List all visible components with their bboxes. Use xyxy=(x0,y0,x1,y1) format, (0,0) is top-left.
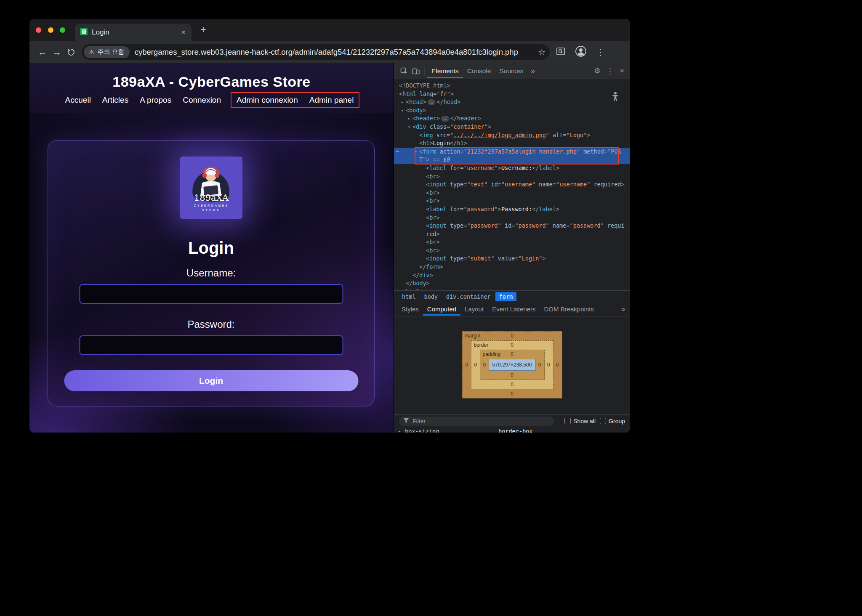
dom-node[interactable]: <br> xyxy=(394,214,630,222)
code-token: type xyxy=(450,222,464,229)
dom-node[interactable]: <br> xyxy=(394,189,630,197)
dom-node[interactable]: <br> xyxy=(394,173,630,181)
group-checkbox[interactable] xyxy=(600,418,606,424)
username-input[interactable] xyxy=(79,284,343,304)
breadcrumb-div-container[interactable]: div.container xyxy=(442,292,495,301)
dom-node[interactable]: <!DOCTYPE html> xyxy=(394,82,630,90)
window-minimize-button[interactable] xyxy=(48,27,53,33)
site-title: 189aXA - CyberGames Store xyxy=(29,63,394,90)
dom-node[interactable]: ▾<body> xyxy=(394,106,630,115)
dom-node[interactable]: <br> xyxy=(394,247,630,255)
dom-node-selected-form[interactable]: ▾⋯<form action="21232f297a57a5alogin_han… xyxy=(394,148,630,164)
dom-node[interactable]: <input type="text" id="username" name="u… xyxy=(394,181,630,189)
dom-node[interactable]: ▸<header>…</header> xyxy=(394,114,630,123)
browser-tab[interactable]: Login × xyxy=(75,24,192,41)
show-all-checkbox[interactable] xyxy=(564,418,571,424)
dom-node[interactable]: <br> xyxy=(394,238,630,247)
browser-menu-icon[interactable]: ⋮ xyxy=(596,47,605,57)
code-token: Username: xyxy=(501,165,532,171)
code-token: "> xyxy=(484,123,491,130)
code-token: < xyxy=(426,189,429,196)
devtools-tab-sources[interactable]: Sources xyxy=(495,64,528,78)
nav-item-accueil[interactable]: Accueil xyxy=(65,96,91,105)
more-tabs-icon[interactable]: » xyxy=(527,67,538,75)
address-bar[interactable]: ⚠ 주의 요함 cybergames_store.web03.jeanne-ha… xyxy=(82,44,550,60)
expand-arrow-icon[interactable]: ▸ xyxy=(406,114,412,123)
dom-node[interactable]: <input type="password" id="password" nam… xyxy=(394,222,630,238)
forward-button[interactable]: → xyxy=(50,45,64,59)
back-button[interactable]: ← xyxy=(35,45,50,59)
expand-arrow-icon[interactable]: ▸ xyxy=(398,427,401,433)
code-token: < xyxy=(426,214,429,221)
tab-title: Login xyxy=(92,28,181,37)
more-panel-tabs-icon[interactable]: » xyxy=(621,305,630,313)
code-token xyxy=(447,255,450,262)
settings-gear-icon[interactable]: ⚙ xyxy=(594,66,600,75)
dom-node[interactable]: <h1>Login</h1> xyxy=(394,139,630,148)
dom-node[interactable]: </form> xyxy=(394,263,630,271)
group-option[interactable]: Group xyxy=(600,418,625,425)
code-token: label xyxy=(539,165,556,171)
login-submit-button[interactable]: Login xyxy=(64,370,358,391)
profile-avatar-icon[interactable] xyxy=(575,45,587,59)
nav-item-a-propos[interactable]: A propos xyxy=(140,96,171,105)
dom-node[interactable]: </div> xyxy=(394,271,630,280)
code-token: head xyxy=(444,98,458,105)
dom-node[interactable]: </body> xyxy=(394,279,630,288)
panel-tab-layout[interactable]: Layout xyxy=(460,303,488,316)
bookmark-star-icon[interactable]: ☆ xyxy=(538,47,545,57)
password-input[interactable] xyxy=(79,335,343,355)
devtools-menu-icon[interactable]: ⋮ xyxy=(606,66,614,76)
side-search-icon[interactable] xyxy=(556,46,566,58)
code-token: < xyxy=(426,247,429,254)
node-menu-icon[interactable]: ⋯ xyxy=(396,148,399,156)
dom-node[interactable]: ▸<head>…</head> xyxy=(394,98,630,106)
breadcrumb-html[interactable]: html xyxy=(398,292,420,301)
url-text[interactable]: cybergames_store.web03.jeanne-hack-ctf.o… xyxy=(135,48,535,57)
window-zoom-button[interactable] xyxy=(60,27,65,33)
inspect-element-icon[interactable] xyxy=(398,65,410,77)
code-token: fr xyxy=(440,90,447,97)
dom-node[interactable]: ▾<div class="container"> xyxy=(394,123,630,131)
panel-tab-styles[interactable]: Styles xyxy=(397,303,423,316)
dom-node[interactable]: <label for="password">Password:</label> xyxy=(394,205,630,214)
filter-input[interactable] xyxy=(412,418,550,425)
nav-item-admin-panel[interactable]: Admin panel xyxy=(309,96,354,105)
expand-arrow-icon[interactable]: ▸ xyxy=(399,98,405,106)
security-warning-badge[interactable]: ⚠ 주의 요함 xyxy=(84,46,130,58)
code-token: for xyxy=(450,206,460,212)
reload-button[interactable] xyxy=(64,45,78,59)
collapse-arrow-icon[interactable]: ▾ xyxy=(406,123,412,131)
panel-tab-event-listeners[interactable]: Event Listeners xyxy=(488,303,540,316)
box-model-diagram[interactable]: margin 0 0 0 0 border 0 0 0 0 xyxy=(462,331,562,398)
nav-item-admin-connexion[interactable]: Admin connexion xyxy=(237,96,298,105)
code-token: br xyxy=(429,197,436,204)
dom-node[interactable]: </html> xyxy=(394,288,630,290)
panel-tab-dom-breakpoints[interactable]: DOM Breakpoints xyxy=(540,303,598,316)
dom-node[interactable]: <label for="username">Username:</label> xyxy=(394,164,630,173)
collapse-arrow-icon[interactable]: ▾ xyxy=(413,148,419,156)
panel-tab-computed[interactable]: Computed xyxy=(423,303,460,316)
dom-node[interactable]: <input type="submit" value="Login"> xyxy=(394,255,630,263)
dom-node[interactable]: <br> xyxy=(394,197,630,205)
collapse-arrow-icon[interactable]: ▾ xyxy=(399,106,405,115)
margin-left-value: 0 xyxy=(466,362,468,368)
dom-node[interactable]: <img src="../../../img/logo_admin.png" a… xyxy=(394,131,630,140)
nav-item-connexion[interactable]: Connexion xyxy=(183,96,221,105)
device-toolbar-icon[interactable] xyxy=(410,65,422,77)
devtools-close-icon[interactable]: × xyxy=(620,66,624,75)
window-close-button[interactable] xyxy=(36,27,41,33)
devtools-tab-console[interactable]: Console xyxy=(463,64,495,78)
new-tab-button[interactable]: + xyxy=(197,23,210,36)
breadcrumb-body[interactable]: body xyxy=(420,292,442,301)
tab-close-icon[interactable]: × xyxy=(181,28,186,37)
devtools-tab-elements[interactable]: Elements xyxy=(427,64,463,78)
code-token: lang xyxy=(420,90,434,97)
nav-item-articles[interactable]: Articles xyxy=(102,96,128,105)
dom-node[interactable]: <html lang="fr"> xyxy=(394,90,630,98)
show-all-option[interactable]: Show all xyxy=(564,418,596,425)
breadcrumb-form[interactable]: form xyxy=(495,292,517,301)
filter-field[interactable] xyxy=(399,417,554,426)
computed-property-row[interactable]: ▸ box-sizing border-box xyxy=(394,427,630,433)
code-token: < xyxy=(406,107,409,114)
